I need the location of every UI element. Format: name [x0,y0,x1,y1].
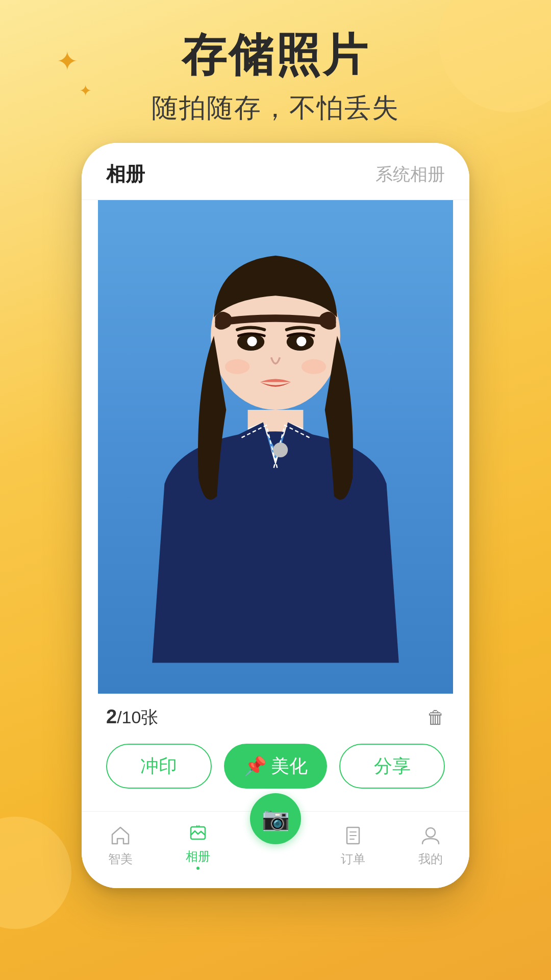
nav-item-zhimei[interactable]: 智美 [82,824,159,867]
trash-icon[interactable]: 🗑 [427,707,445,728]
print-button[interactable]: 冲印 [106,744,212,789]
id-photo-background [98,200,453,694]
action-buttons: 冲印 📌 美化 分享 [106,744,445,789]
pin-icon: 📌 [244,755,267,777]
album-icon [187,822,209,844]
svg-point-5 [247,336,257,346]
main-title: 存储照片 [0,31,551,80]
sub-title: 随拍随存，不怕丢失 [0,90,551,126]
photo-count-current: 2 [106,706,117,727]
photo-area [98,200,453,694]
beautify-label: 美化 [271,754,308,779]
phone-mockup: 相册 系统相册 [82,143,469,888]
camera-icon: 📷 [262,805,290,832]
nav-label-album: 相册 [186,848,210,865]
svg-point-6 [296,336,306,346]
svg-point-1 [273,443,288,457]
nav-item-profile[interactable]: 我的 [392,824,469,867]
beautify-button[interactable]: 📌 美化 [224,744,328,789]
photo-count-total: 10 [122,707,141,727]
bottom-nav: 📷 智美 相册 [82,811,469,888]
photo-count-separator: / [117,707,121,727]
order-icon [342,824,364,847]
camera-fab-button[interactable]: 📷 [250,793,301,844]
nav-active-indicator [196,867,199,870]
share-button[interactable]: 分享 [339,744,445,789]
nav-item-album[interactable]: 相册 [159,822,237,870]
nav-label-profile: 我的 [418,851,443,867]
title-area: 存储照片 随拍随存，不怕丢失 [0,31,551,126]
photo-count: 2/10张 [106,706,158,729]
nav-label-zhimei: 智美 [108,851,133,867]
nav-label-orders: 订单 [341,851,365,867]
profile-icon [419,824,442,847]
nav-item-orders[interactable]: 订单 [314,824,392,867]
tab-system-album[interactable]: 系统相册 [375,163,445,186]
svg-point-7 [225,359,249,374]
svg-point-14 [426,828,435,837]
photo-count-row: 2/10张 🗑 [106,706,445,729]
phone-header: 相册 系统相册 [82,143,469,200]
photo-count-unit: 张 [141,707,158,727]
person-svg [98,200,453,694]
blob-decoration-bottom [0,817,71,929]
svg-point-8 [302,359,326,374]
tab-album[interactable]: 相册 [106,161,145,187]
home-icon [109,824,132,847]
